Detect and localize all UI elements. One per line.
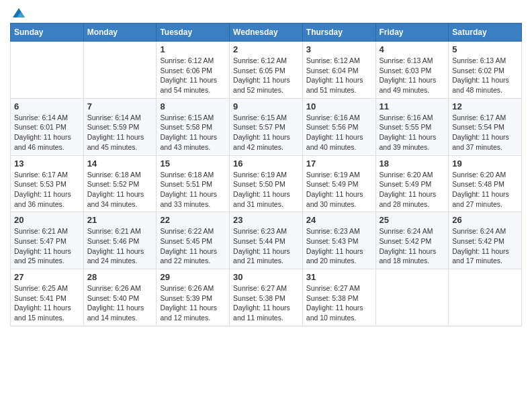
- day-info: Sunrise: 6:18 AM Sunset: 5:52 PM Dayligh…: [87, 170, 153, 210]
- day-number: 31: [306, 272, 372, 282]
- calendar-cell: 10Sunrise: 6:16 AM Sunset: 5:56 PM Dayli…: [302, 98, 375, 155]
- day-number: 9: [233, 101, 299, 111]
- page: Sunday Monday Tuesday Wednesday Thursday…: [0, 0, 532, 411]
- day-number: 3: [306, 44, 372, 54]
- day-info: Sunrise: 6:26 AM Sunset: 5:40 PM Dayligh…: [87, 283, 153, 323]
- calendar-cell: 28Sunrise: 6:26 AM Sunset: 5:40 PM Dayli…: [83, 269, 157, 326]
- day-number: 27: [14, 272, 80, 282]
- day-info: Sunrise: 6:15 AM Sunset: 5:58 PM Dayligh…: [160, 113, 226, 152]
- day-info: Sunrise: 6:16 AM Sunset: 5:56 PM Dayligh…: [306, 113, 372, 152]
- calendar-cell: [83, 42, 157, 99]
- logo: [10, 7, 26, 17]
- calendar-cell: 22Sunrise: 6:22 AM Sunset: 5:45 PM Dayli…: [157, 212, 230, 269]
- day-info: Sunrise: 6:18 AM Sunset: 5:51 PM Dayligh…: [160, 170, 226, 210]
- day-number: 10: [306, 101, 372, 111]
- day-info: Sunrise: 6:25 AM Sunset: 5:41 PM Dayligh…: [14, 283, 80, 323]
- day-number: 24: [306, 215, 372, 225]
- day-number: 17: [306, 158, 372, 169]
- day-info: Sunrise: 6:17 AM Sunset: 5:54 PM Dayligh…: [452, 113, 518, 152]
- day-number: 23: [233, 215, 299, 225]
- calendar-table: Sunday Monday Tuesday Wednesday Thursday…: [10, 23, 522, 326]
- calendar-cell: 12Sunrise: 6:17 AM Sunset: 5:54 PM Dayli…: [449, 98, 522, 155]
- day-number: 11: [380, 101, 445, 111]
- day-info: Sunrise: 6:23 AM Sunset: 5:43 PM Dayligh…: [306, 226, 372, 266]
- day-number: 5: [452, 44, 518, 54]
- day-info: Sunrise: 6:12 AM Sunset: 6:04 PM Dayligh…: [306, 56, 372, 95]
- calendar-cell: 26Sunrise: 6:24 AM Sunset: 5:42 PM Dayli…: [449, 212, 522, 269]
- day-number: 15: [160, 158, 226, 169]
- col-tuesday: Tuesday: [157, 24, 230, 42]
- calendar-cell: 9Sunrise: 6:15 AM Sunset: 5:57 PM Daylig…: [230, 98, 303, 155]
- day-info: Sunrise: 6:19 AM Sunset: 5:50 PM Dayligh…: [233, 170, 299, 210]
- day-number: 18: [380, 158, 445, 169]
- calendar-cell: 21Sunrise: 6:21 AM Sunset: 5:46 PM Dayli…: [83, 212, 157, 269]
- day-number: 26: [452, 215, 518, 225]
- day-info: Sunrise: 6:14 AM Sunset: 5:59 PM Dayligh…: [87, 113, 153, 152]
- col-friday: Friday: [375, 24, 449, 42]
- calendar-cell: [11, 42, 84, 99]
- calendar-cell: 13Sunrise: 6:17 AM Sunset: 5:53 PM Dayli…: [11, 155, 84, 212]
- calendar-cell: 1Sunrise: 6:12 AM Sunset: 6:06 PM Daylig…: [157, 42, 230, 99]
- day-number: 1: [160, 44, 226, 54]
- day-info: Sunrise: 6:26 AM Sunset: 5:39 PM Dayligh…: [160, 283, 226, 323]
- day-number: 30: [233, 272, 299, 282]
- col-monday: Monday: [83, 24, 157, 42]
- day-info: Sunrise: 6:12 AM Sunset: 6:05 PM Dayligh…: [233, 56, 299, 95]
- day-info: Sunrise: 6:14 AM Sunset: 6:01 PM Dayligh…: [14, 113, 80, 152]
- calendar-cell: [375, 269, 449, 326]
- day-info: Sunrise: 6:23 AM Sunset: 5:44 PM Dayligh…: [233, 226, 299, 266]
- day-info: Sunrise: 6:13 AM Sunset: 6:02 PM Dayligh…: [452, 56, 518, 95]
- day-number: 22: [160, 215, 226, 225]
- day-info: Sunrise: 6:24 AM Sunset: 5:42 PM Dayligh…: [452, 226, 518, 266]
- week-row-3: 20Sunrise: 6:21 AM Sunset: 5:47 PM Dayli…: [11, 212, 522, 269]
- day-number: 8: [160, 101, 226, 111]
- calendar-cell: 8Sunrise: 6:15 AM Sunset: 5:58 PM Daylig…: [157, 98, 230, 155]
- calendar-cell: 11Sunrise: 6:16 AM Sunset: 5:55 PM Dayli…: [375, 98, 449, 155]
- calendar-cell: 16Sunrise: 6:19 AM Sunset: 5:50 PM Dayli…: [230, 155, 303, 212]
- day-info: Sunrise: 6:27 AM Sunset: 5:38 PM Dayligh…: [233, 283, 299, 323]
- calendar-cell: 30Sunrise: 6:27 AM Sunset: 5:38 PM Dayli…: [230, 269, 303, 326]
- day-info: Sunrise: 6:27 AM Sunset: 5:38 PM Dayligh…: [306, 283, 372, 323]
- calendar-cell: 20Sunrise: 6:21 AM Sunset: 5:47 PM Dayli…: [11, 212, 84, 269]
- day-number: 2: [233, 44, 299, 54]
- calendar-cell: 31Sunrise: 6:27 AM Sunset: 5:38 PM Dayli…: [302, 269, 375, 326]
- col-wednesday: Wednesday: [230, 24, 303, 42]
- day-number: 25: [380, 215, 445, 225]
- day-info: Sunrise: 6:17 AM Sunset: 5:53 PM Dayligh…: [14, 170, 80, 210]
- calendar-cell: 25Sunrise: 6:24 AM Sunset: 5:42 PM Dayli…: [375, 212, 449, 269]
- week-row-0: 1Sunrise: 6:12 AM Sunset: 6:06 PM Daylig…: [11, 42, 522, 99]
- calendar-cell: 23Sunrise: 6:23 AM Sunset: 5:44 PM Dayli…: [230, 212, 303, 269]
- day-number: 29: [160, 272, 226, 282]
- day-info: Sunrise: 6:12 AM Sunset: 6:06 PM Dayligh…: [160, 56, 226, 95]
- day-info: Sunrise: 6:20 AM Sunset: 5:48 PM Dayligh…: [452, 170, 518, 210]
- day-info: Sunrise: 6:21 AM Sunset: 5:46 PM Dayligh…: [87, 226, 153, 266]
- day-number: 21: [87, 215, 153, 225]
- calendar-cell: 2Sunrise: 6:12 AM Sunset: 6:05 PM Daylig…: [230, 42, 303, 99]
- day-number: 16: [233, 158, 299, 169]
- calendar-cell: 17Sunrise: 6:19 AM Sunset: 5:49 PM Dayli…: [302, 155, 375, 212]
- col-sunday: Sunday: [11, 24, 84, 42]
- calendar-cell: 19Sunrise: 6:20 AM Sunset: 5:48 PM Dayli…: [449, 155, 522, 212]
- week-row-2: 13Sunrise: 6:17 AM Sunset: 5:53 PM Dayli…: [11, 155, 522, 212]
- calendar-cell: 29Sunrise: 6:26 AM Sunset: 5:39 PM Dayli…: [157, 269, 230, 326]
- calendar-cell: 18Sunrise: 6:20 AM Sunset: 5:49 PM Dayli…: [375, 155, 449, 212]
- calendar-cell: 24Sunrise: 6:23 AM Sunset: 5:43 PM Dayli…: [302, 212, 375, 269]
- day-number: 19: [452, 158, 518, 169]
- col-saturday: Saturday: [449, 24, 522, 42]
- calendar-body: 1Sunrise: 6:12 AM Sunset: 6:06 PM Daylig…: [11, 42, 522, 326]
- day-number: 12: [452, 101, 518, 111]
- day-number: 7: [87, 101, 153, 111]
- day-info: Sunrise: 6:22 AM Sunset: 5:45 PM Dayligh…: [160, 226, 226, 266]
- logo-icon: [11, 7, 26, 19]
- day-info: Sunrise: 6:21 AM Sunset: 5:47 PM Dayligh…: [14, 226, 80, 266]
- day-info: Sunrise: 6:15 AM Sunset: 5:57 PM Dayligh…: [233, 113, 299, 152]
- day-info: Sunrise: 6:16 AM Sunset: 5:55 PM Dayligh…: [380, 113, 445, 152]
- day-number: 4: [380, 44, 445, 54]
- calendar-cell: 14Sunrise: 6:18 AM Sunset: 5:52 PM Dayli…: [83, 155, 157, 212]
- day-number: 20: [14, 215, 80, 225]
- header-row: Sunday Monday Tuesday Wednesday Thursday…: [11, 24, 522, 42]
- day-number: 13: [14, 158, 80, 169]
- calendar-cell: 6Sunrise: 6:14 AM Sunset: 6:01 PM Daylig…: [11, 98, 84, 155]
- calendar-cell: [449, 269, 522, 326]
- calendar-cell: 3Sunrise: 6:12 AM Sunset: 6:04 PM Daylig…: [302, 42, 375, 99]
